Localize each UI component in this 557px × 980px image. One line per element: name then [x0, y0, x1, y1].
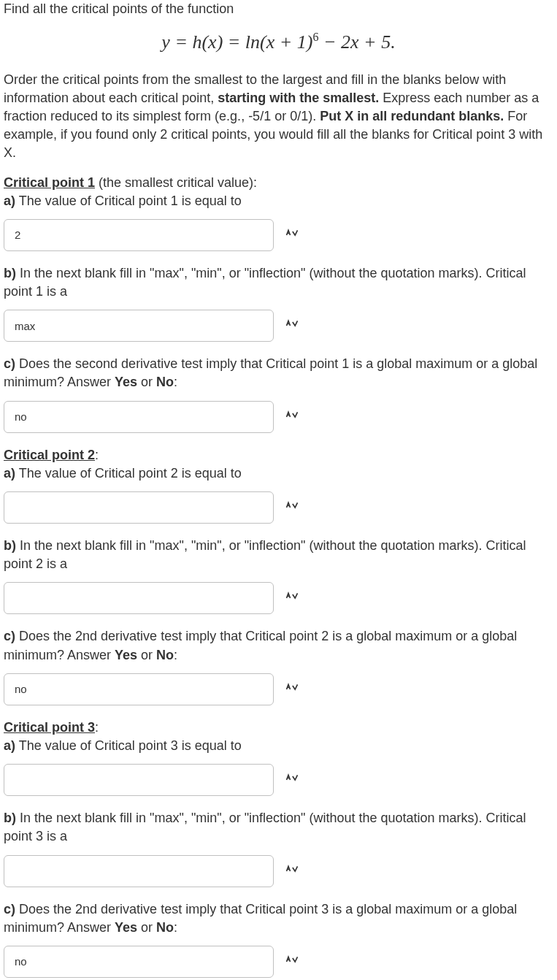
spellcheck-icon[interactable] — [284, 681, 300, 697]
cp2-c-or: or — [137, 648, 156, 662]
spellcheck-icon[interactable] — [284, 409, 300, 425]
cp3-a-input[interactable] — [4, 764, 274, 796]
cp1-c-line: c) Does the second derivative test imply… — [4, 355, 553, 391]
cp2-c-yes: Yes — [115, 648, 137, 662]
cp1-a-line: a) The value of Critical point 1 is equa… — [4, 192, 553, 210]
cp3-c-text: Does the 2nd derivative test imply that … — [4, 902, 517, 935]
cp1-c-no: No — [156, 375, 174, 389]
cp3-c-label: c) — [4, 902, 15, 916]
cp1-a-label: a) — [4, 194, 15, 208]
cp2-c-text: Does the 2nd derivative test imply that … — [4, 629, 517, 662]
cp1-c-or: or — [137, 375, 156, 389]
cp3-heading-suffix: : — [95, 720, 99, 735]
cp2-c-colon: : — [174, 648, 177, 662]
instr-b2: Put X in all redundant blanks. — [320, 109, 504, 123]
cp3-a-label: a) — [4, 738, 15, 753]
cp2-section: Critical point 2: a) The value of Critic… — [4, 446, 553, 705]
cp2-b-input[interactable] — [4, 582, 274, 614]
cp3-b-text: In the next blank fill in "max", "min", … — [4, 811, 526, 843]
cp2-a-label: a) — [4, 466, 15, 481]
cp2-heading-line: Critical point 2: — [4, 446, 553, 464]
cp1-heading: Critical point 1 — [4, 175, 95, 190]
cp1-section: Critical point 1 (the smallest critical … — [4, 174, 553, 433]
cp2-c-line: c) Does the 2nd derivative test imply th… — [4, 627, 553, 664]
instr-b1: starting with the smallest. — [218, 91, 379, 105]
cp3-b-input[interactable] — [4, 855, 274, 887]
spellcheck-icon[interactable] — [284, 772, 300, 788]
cp3-section: Critical point 3: a) The value of Critic… — [4, 719, 553, 978]
cp3-c-line: c) Does the 2nd derivative test imply th… — [4, 900, 553, 937]
spellcheck-icon[interactable] — [284, 318, 300, 334]
cp1-b-text: In the next blank fill in "max", "min", … — [4, 266, 526, 299]
cp3-c-input[interactable] — [4, 946, 274, 978]
cp1-a-text: The value of Critical point 1 is equal t… — [15, 194, 242, 208]
cp1-c-label: c) — [4, 356, 15, 371]
cp2-heading: Critical point 2 — [4, 448, 95, 462]
cp3-c-or: or — [137, 920, 156, 935]
cp3-c-no: No — [156, 920, 174, 935]
equation: y = h(x) = ln(x + 1)6 − 2x + 5. — [4, 29, 553, 55]
spellcheck-icon[interactable] — [284, 863, 300, 879]
cp3-b-line: b) In the next blank fill in "max", "min… — [4, 809, 553, 846]
cp2-b-label: b) — [4, 538, 16, 553]
cp2-c-no: No — [156, 648, 174, 662]
cp1-a-input[interactable] — [4, 219, 274, 251]
cp3-c-yes: Yes — [115, 920, 137, 935]
instructions: Order the critical points from the small… — [4, 71, 553, 163]
cp2-heading-suffix: : — [95, 448, 99, 462]
cp2-b-text: In the next blank fill in "max", "min", … — [4, 538, 526, 571]
cp2-a-line: a) The value of Critical point 2 is equa… — [4, 464, 553, 483]
cp3-a-line: a) The value of Critical point 3 is equa… — [4, 737, 553, 755]
cp1-c-colon: : — [174, 375, 177, 389]
intro-text: Find all the critical points of the func… — [4, 0, 553, 18]
cp1-b-line: b) In the next blank fill in "max", "min… — [4, 264, 553, 301]
spellcheck-icon[interactable] — [284, 954, 300, 970]
cp1-b-input[interactable] — [4, 310, 274, 342]
cp2-c-input[interactable] — [4, 673, 274, 705]
cp2-c-label: c) — [4, 629, 15, 643]
cp2-b-line: b) In the next blank fill in "max", "min… — [4, 537, 553, 573]
cp3-b-label: b) — [4, 811, 16, 825]
spellcheck-icon[interactable] — [284, 590, 300, 606]
cp3-heading-line: Critical point 3: — [4, 719, 553, 737]
cp1-heading-suffix: (the smallest critical value): — [95, 175, 257, 190]
cp1-c-text: Does the second derivative test imply th… — [4, 356, 537, 389]
cp3-heading: Critical point 3 — [4, 720, 95, 735]
cp1-c-yes: Yes — [115, 375, 137, 389]
spellcheck-icon[interactable] — [284, 227, 300, 243]
cp1-b-label: b) — [4, 266, 16, 280]
cp3-a-text: The value of Critical point 3 is equal t… — [15, 738, 242, 753]
cp2-a-input[interactable] — [4, 491, 274, 524]
cp1-c-input[interactable] — [4, 401, 274, 433]
cp3-c-colon: : — [174, 920, 177, 935]
cp1-heading-line: Critical point 1 (the smallest critical … — [4, 174, 553, 192]
spellcheck-icon[interactable] — [284, 499, 300, 516]
cp2-a-text: The value of Critical point 2 is equal t… — [15, 466, 242, 481]
